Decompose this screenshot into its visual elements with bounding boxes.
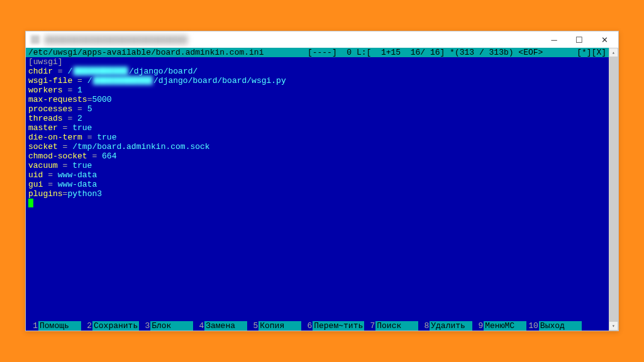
config-value: www-data [58,170,97,180]
fkey-label: Перем~тить [313,321,364,331]
config-line: socket = /tmp/board.adminkin.com.sock [28,142,606,151]
close-button[interactable]: ✕ [592,31,617,48]
fkey-number: 4 [194,321,204,331]
text-cursor [28,199,33,207]
app-window: ████████████████████████ ─ ☐ ✕ /etc/uwsg… [25,31,619,331]
config-line: max-requests=5000 [28,95,606,104]
scroll-up-button[interactable]: ▴ [609,48,618,57]
fkey-bar: 1Помощь2Сохранить3Блок4Замена5Копия6Пере… [26,321,609,331]
config-separator: = [43,180,57,189]
fkey-1[interactable]: 1Помощь [28,321,81,331]
fkey-6[interactable]: 6Перем~тить [303,321,364,331]
fkey-number: 5 [248,321,258,331]
fkey-7[interactable]: 7Поиск [365,321,418,331]
config-key: master [28,123,58,133]
fkey-number: 6 [303,321,313,331]
ini-section: [uwsgi] [28,57,63,67]
fkey-label: Копия [258,321,301,331]
scroll-down-button[interactable]: ▾ [609,321,618,331]
fkey-9[interactable]: 9МенюMC [474,321,526,331]
fkey-5[interactable]: 5Копия [248,321,301,331]
config-separator: = [53,67,67,76]
config-value: python3 [67,189,102,199]
config-key: workers [28,85,63,95]
config-key: plugins [28,189,63,199]
fkey-3[interactable]: 3Блок [140,321,193,331]
config-separator: = [82,133,97,142]
config-separator: = [72,76,87,85]
fkey-label: Сохранить [92,321,139,331]
config-separator: = [87,151,102,161]
fkey-number: 7 [365,321,375,331]
vertical-scrollbar[interactable]: ▴ ▾ [609,48,618,331]
config-key: uid [28,170,43,180]
config-key: wsgi-file [28,76,72,85]
minimize-button[interactable]: ─ [541,31,567,48]
config-line: processes = 5 [28,104,606,114]
file-path: /etc/uwsgi/apps-available/board.adminkin… [28,48,264,57]
config-separator: = [58,123,72,133]
fkey-label: Помощь [38,321,81,331]
window-title: ████████████████████████ [45,35,541,44]
config-separator: = [72,104,87,114]
config-line: die-on-term = true [28,133,606,142]
config-value: true [97,133,116,142]
fkey-label: Замена [204,321,247,331]
redacted-path: ████████████ [92,76,153,85]
titlebar: ████████████████████████ ─ ☐ ✕ [26,31,618,48]
config-value: true [72,161,92,170]
maximize-button[interactable]: ☐ [567,31,592,48]
config-line: workers = 1 [28,85,606,95]
fkey-label: Блок [150,321,193,331]
config-separator: = [63,85,77,95]
config-separator: = [63,114,77,123]
fkey-label: Выход [539,321,582,331]
config-key: chdir [28,67,53,76]
config-key: socket [28,142,58,151]
fkey-4[interactable]: 4Замена [194,321,247,331]
fkey-label: Удалить [430,321,472,331]
config-separator: = [58,142,72,151]
editor-statusbar: /etc/uwsgi/apps-available/board.adminkin… [26,48,609,57]
config-value: www-data [58,180,97,189]
cursor-info: [----] 0 L:[ 1+15 16/ 16] *(313 / 313b) … [264,48,577,57]
config-key: die-on-term [28,133,82,142]
editor-content[interactable]: [uwsgi]chdir = /███████████/django/board… [26,57,609,321]
config-value: 2 [77,114,82,123]
fkey-label: Поиск [375,321,418,331]
config-key: max-requests [28,95,87,104]
config-value: true [72,123,92,133]
config-key: threads [28,114,63,123]
config-key: vacuum [28,161,58,170]
fkey-number: 2 [82,321,92,331]
fkey-10[interactable]: 10Выход [528,321,582,331]
status-flags: [*][X] [577,48,606,57]
config-value: 5000 [92,95,111,104]
scrollbar-track[interactable] [609,57,618,321]
config-line: master = true [28,123,606,133]
config-key: chmod-socket [28,151,87,161]
config-key: gui [28,180,43,189]
config-line: gui = www-data [28,180,606,189]
fkey-label: МенюMC [484,321,526,331]
config-separator: = [58,161,72,170]
fkey-2[interactable]: 2Сохранить [82,321,139,331]
config-value: 5 [87,104,92,114]
config-value: /tmp/board.adminkin.com.sock [72,142,209,151]
config-value: 664 [102,151,116,161]
config-value: /django/board/ [129,67,197,76]
config-line: chmod-socket = 664 [28,151,606,161]
config-value: 1 [77,85,82,95]
config-line: wsgi-file = /████████████/django/board/b… [28,76,606,85]
window-controls: ─ ☐ ✕ [541,31,617,48]
redacted-path: ███████████ [72,67,129,76]
terminal: /etc/uwsgi/apps-available/board.adminkin… [26,48,618,331]
config-line: uid = www-data [28,170,606,180]
fkey-8[interactable]: 8Удалить [419,321,472,331]
config-line: chdir = /███████████/django/board/ [28,67,606,76]
app-icon [31,35,40,44]
config-line: vacuum = true [28,161,606,170]
config-line: plugins=python3 [28,189,606,199]
scrollbar-thumb[interactable] [609,57,618,321]
config-key: processes [28,104,72,114]
